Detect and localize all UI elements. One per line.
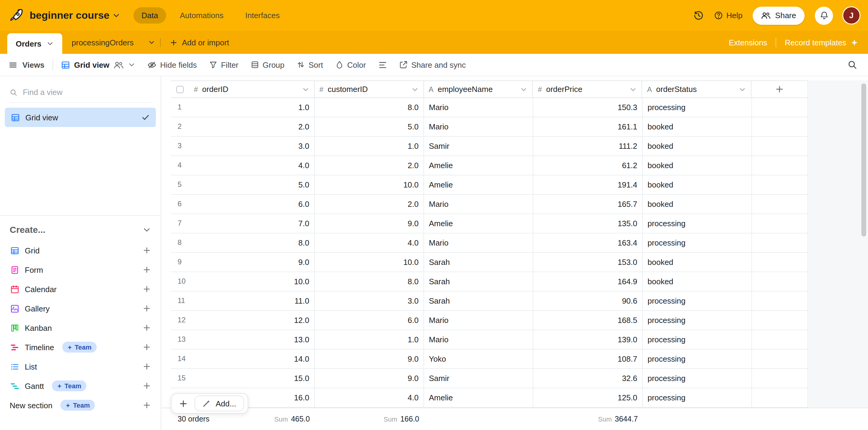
nav-item-automations[interactable]: Automations	[172, 7, 231, 24]
table-cell[interactable]: 11.0	[189, 291, 315, 310]
table-cell[interactable]: 1.0	[315, 330, 424, 349]
avatar[interactable]: J	[843, 7, 860, 24]
table-cell[interactable]: booked	[643, 117, 752, 136]
table-row[interactable]: 10 10.0 8.0 Sarah 164.9 booked	[171, 272, 808, 291]
table-cell[interactable]: 2.0	[189, 117, 315, 136]
table-cell[interactable]: 2.0	[315, 195, 424, 213]
table-cell[interactable]: 9.0	[189, 253, 315, 271]
table-cell[interactable]: 4.0	[189, 156, 315, 175]
table-cell[interactable]: 2.0	[315, 156, 424, 175]
views-button[interactable]: Views	[8, 60, 44, 69]
table-row[interactable]: 13 13.0 1.0 Mario 139.0 processing	[171, 330, 808, 349]
find-a-view-input[interactable]	[23, 88, 151, 97]
create-item-new-section[interactable]: New section Team	[0, 396, 161, 415]
chevron-down-icon[interactable]	[302, 86, 309, 93]
table-cell[interactable]: 13.0	[189, 330, 315, 349]
nav-item-interfaces[interactable]: Interfaces	[238, 7, 287, 24]
table-cell[interactable]: Amelie	[424, 175, 533, 194]
table-cell[interactable]: booked	[643, 253, 752, 271]
table-row[interactable]: 9 9.0 10.0 Sarah 153.0 booked	[171, 253, 808, 272]
add-gallery-view-button[interactable]	[143, 304, 151, 313]
table-cell[interactable]: 10.0	[189, 272, 315, 291]
table-cell[interactable]: processing	[643, 98, 752, 117]
add-or-import-button[interactable]: Add or import	[161, 31, 238, 54]
table-cell[interactable]: 8.0	[189, 233, 315, 252]
table-cell[interactable]: Amelie	[424, 214, 533, 233]
extensions-button[interactable]: Extensions	[729, 38, 767, 47]
column-header-orderPrice[interactable]: # orderPrice	[533, 81, 642, 97]
table-cell[interactable]: Samir	[424, 369, 533, 388]
table-row[interactable]: 1 1.0 8.0 Mario 150.3 processing	[171, 98, 808, 117]
tab-processing-orders[interactable]: processingOrders	[62, 31, 143, 54]
column-header-employeeName[interactable]: A employeeName	[424, 81, 533, 97]
table-cell[interactable]: 3.0	[189, 137, 315, 155]
table-row[interactable]: 3 3.0 1.0 Samir 111.2 booked	[171, 137, 808, 156]
table-cell[interactable]: Mario	[424, 330, 533, 349]
table-cell[interactable]: 12.0	[189, 311, 315, 329]
table-cell[interactable]: 168.5	[533, 311, 643, 329]
table-row[interactable]: 15 15.0 9.0 Samir 32.6 processing	[171, 369, 808, 388]
workspace-chevron-down-icon[interactable]	[113, 11, 121, 19]
table-cell[interactable]: 7.0	[189, 214, 315, 233]
table-cell[interactable]: 163.4	[533, 233, 643, 252]
add-gantt-view-button[interactable]	[143, 382, 151, 390]
table-cell[interactable]: 1.0	[189, 98, 315, 117]
history-icon[interactable]	[693, 10, 704, 21]
table-cell[interactable]: 111.2	[533, 137, 643, 155]
create-section-header[interactable]: Create...	[0, 216, 161, 241]
table-cell[interactable]: 6.0	[315, 311, 424, 329]
create-item-list[interactable]: List	[0, 357, 161, 376]
table-cell[interactable]: booked	[643, 137, 752, 155]
table-cell[interactable]: Mario	[424, 195, 533, 213]
table-cell[interactable]: 9.0	[315, 369, 424, 388]
create-item-gantt[interactable]: Gantt Team	[0, 376, 161, 396]
table-cell[interactable]: 15.0	[189, 369, 315, 388]
table-cell[interactable]: Mario	[424, 117, 533, 136]
add-section-button[interactable]	[143, 401, 151, 409]
table-cell[interactable]: booked	[643, 195, 752, 213]
table-cell[interactable]: 191.4	[533, 175, 643, 194]
table-cell[interactable]: Amelie	[424, 388, 533, 407]
vertical-scrollbar[interactable]	[861, 83, 866, 236]
filter-button[interactable]: Filter	[203, 57, 245, 73]
table-cell[interactable]: 4.0	[315, 388, 424, 407]
table-cell[interactable]: 9.0	[315, 349, 424, 368]
table-row[interactable]: 7 7.0 9.0 Amelie 135.0 processing	[171, 214, 808, 233]
table-cell[interactable]: Sarah	[424, 272, 533, 291]
share-button[interactable]: Share	[753, 6, 805, 25]
add-grid-view-button[interactable]	[143, 246, 151, 255]
table-cell[interactable]: 8.0	[315, 272, 424, 291]
table-cell[interactable]: Amelie	[424, 156, 533, 175]
table-cell[interactable]: processing	[643, 349, 752, 368]
create-item-timeline[interactable]: Timeline Team	[0, 338, 161, 357]
table-cell[interactable]: 90.6	[533, 291, 643, 310]
chevron-down-icon[interactable]	[520, 86, 528, 93]
column-header-orderID[interactable]: # orderID	[189, 81, 315, 97]
table-row[interactable]: 4 4.0 2.0 Amelie 61.2 booked	[171, 156, 808, 175]
table-cell[interactable]: booked	[643, 272, 752, 291]
summary-customerID[interactable]: Sum 166.0	[315, 415, 424, 423]
summary-orderPrice[interactable]: Sum 3644.7	[533, 415, 643, 423]
add-kanban-view-button[interactable]	[143, 323, 151, 332]
table-row[interactable]: 11 11.0 3.0 Sarah 90.6 processing	[171, 291, 808, 311]
record-templates-button[interactable]: Record templates	[785, 38, 858, 47]
table-cell[interactable]: 5.0	[315, 117, 424, 136]
table-cell[interactable]: booked	[643, 156, 752, 175]
table-cell[interactable]: 10.0	[315, 253, 424, 271]
table-row[interactable]: 12 12.0 6.0 Mario 168.5 processing	[171, 311, 808, 330]
create-item-calendar[interactable]: Calendar	[0, 279, 161, 299]
table-cell[interactable]: 153.0	[533, 253, 643, 271]
chevron-down-icon[interactable]	[739, 86, 746, 93]
tab-list-chevron-down-icon[interactable]	[144, 31, 160, 54]
table-cell[interactable]: 161.1	[533, 117, 643, 136]
table-cell[interactable]: 5.0	[189, 175, 315, 194]
group-button[interactable]: Group	[245, 57, 290, 73]
table-cell[interactable]: processing	[643, 233, 752, 252]
table-cell[interactable]: processing	[643, 214, 752, 233]
table-cell[interactable]: Mario	[424, 98, 533, 117]
chevron-down-icon[interactable]	[411, 86, 418, 93]
table-cell[interactable]: 1.0	[315, 137, 424, 155]
table-cell[interactable]: 139.0	[533, 330, 643, 349]
add-record-plus-button[interactable]	[175, 396, 191, 411]
table-row[interactable]: 8 8.0 4.0 Mario 163.4 processing	[171, 233, 808, 253]
